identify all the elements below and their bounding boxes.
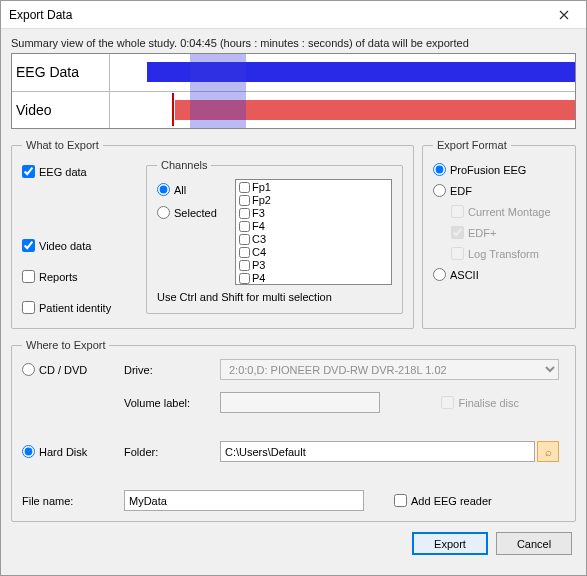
channel-item[interactable]: Fp2	[237, 194, 390, 207]
channel-item[interactable]: Fp1	[237, 181, 390, 194]
window-title: Export Data	[9, 8, 544, 22]
close-icon	[559, 10, 569, 20]
finalise-disc-checkbox: Finalise disc	[441, 396, 519, 409]
export-format-group: Export Format ProFusion EEG EDF Current …	[422, 139, 576, 329]
volume-label-label: Volume label:	[124, 397, 214, 409]
format-legend: Export Format	[433, 139, 511, 151]
format-ascii-radio[interactable]: ASCII	[433, 268, 565, 281]
patient-identity-checkbox[interactable]: Patient identity	[22, 301, 138, 314]
folder-input[interactable]	[220, 441, 535, 462]
hard-disk-radio[interactable]: Hard Disk	[22, 445, 118, 458]
add-eeg-reader-checkbox[interactable]: Add EEG reader	[394, 494, 492, 507]
video-data-checkbox[interactable]: Video data	[22, 239, 138, 252]
channel-item[interactable]: F3	[237, 207, 390, 220]
browse-folder-button[interactable]: ⌕	[537, 441, 559, 462]
cd-dvd-radio[interactable]: CD / DVD	[22, 363, 118, 376]
channel-list[interactable]: Fp1Fp2F3F4C3C4P3P4	[235, 179, 392, 285]
format-edf-radio[interactable]: EDF	[433, 184, 565, 197]
eeg-data-bar	[147, 62, 575, 82]
channel-item[interactable]: P4	[237, 272, 390, 285]
cancel-button[interactable]: Cancel	[496, 532, 572, 555]
search-icon: ⌕	[545, 446, 552, 458]
where-legend: Where to Export	[22, 339, 109, 351]
current-montage-checkbox: Current Montage	[451, 205, 565, 218]
export-data-dialog: Export Data Summary view of the whole st…	[0, 0, 587, 576]
file-name-label: File name:	[22, 495, 118, 507]
channel-item[interactable]: F4	[237, 220, 390, 233]
timeline-label-video: Video	[12, 92, 110, 129]
channel-item[interactable]: C4	[237, 246, 390, 259]
timeline-row-eeg: EEG Data	[12, 54, 575, 91]
channels-selected-radio[interactable]: Selected	[157, 206, 227, 219]
channels-legend: Channels	[157, 159, 211, 171]
edf-plus-checkbox: EDF+	[451, 226, 565, 239]
file-name-input[interactable]	[124, 490, 364, 511]
eeg-data-checkbox[interactable]: EEG data	[22, 165, 138, 178]
titlebar: Export Data	[1, 1, 586, 29]
volume-label-input	[220, 392, 380, 413]
timeline-label-eeg: EEG Data	[12, 54, 110, 91]
what-legend: What to Export	[22, 139, 103, 151]
reports-checkbox[interactable]: Reports	[22, 270, 138, 283]
video-data-bar	[175, 100, 575, 120]
channel-hint: Use Ctrl and Shift for multi selection	[157, 291, 392, 303]
close-button[interactable]	[544, 2, 584, 28]
folder-label: Folder:	[124, 446, 214, 458]
channel-item[interactable]: P3	[237, 259, 390, 272]
export-button[interactable]: Export	[412, 532, 488, 555]
where-to-export-group: Where to Export CD / DVD Drive: 2:0:0,D:…	[11, 339, 576, 522]
drive-select: 2:0:0,D: PIONEER DVD-RW DVR-218L 1.02	[220, 359, 559, 380]
timeline-view[interactable]: EEG Data Video	[11, 53, 576, 129]
channel-item[interactable]: C3	[237, 233, 390, 246]
channels-group: Channels All Selected Fp1Fp2F3F4C3C4P3P	[146, 159, 403, 314]
summary-text: Summary view of the whole study. 0:04:45…	[11, 37, 576, 49]
channels-all-radio[interactable]: All	[157, 183, 227, 196]
what-to-export-group: What to Export EEG data Video data Repor…	[11, 139, 414, 329]
format-profusion-radio[interactable]: ProFusion EEG	[433, 163, 565, 176]
drive-label: Drive:	[124, 364, 214, 376]
timeline-row-video: Video	[12, 91, 575, 129]
log-transform-checkbox: Log Transform	[451, 247, 565, 260]
